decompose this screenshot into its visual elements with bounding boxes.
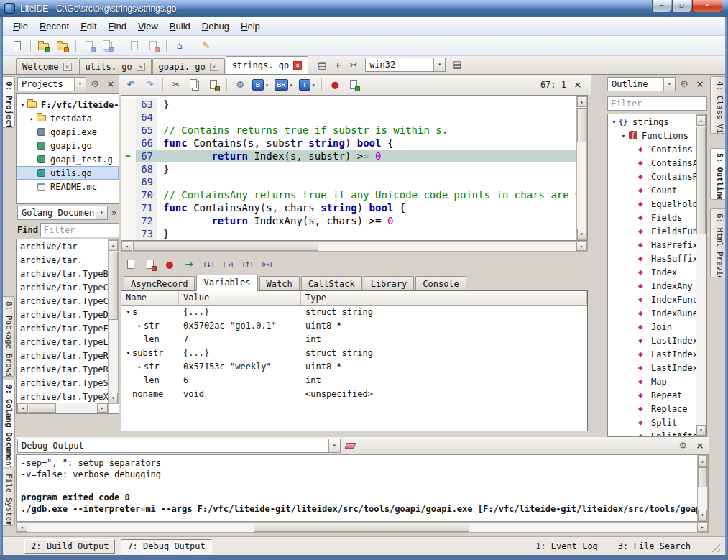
variable-row-substr[interactable]: ▾substr{...}struct string xyxy=(121,346,587,360)
titlebar[interactable]: LiteIDE - C:\Go\src\pkg\strings\strings.… xyxy=(0,0,728,17)
home-button[interactable]: ⌂ xyxy=(171,37,188,55)
projects-menu-button[interactable]: ⚙ xyxy=(88,77,102,91)
open-folder-button[interactable] xyxy=(54,37,71,55)
expander-icon[interactable]: ▾ xyxy=(19,101,27,109)
godoc-item-archive-tar-typeco[interactable]: archive/tar.TypeCo xyxy=(17,295,109,308)
save-file-button[interactable] xyxy=(80,37,98,55)
chevron-down-icon[interactable]: ▾ xyxy=(433,58,445,71)
statusbar-7-debug-output[interactable]: 7: Debug Output xyxy=(121,539,211,554)
save-file-icon[interactable] xyxy=(82,39,96,53)
expander-icon[interactable]: ▾ xyxy=(619,132,627,139)
debug-tab-library[interactable]: Library xyxy=(364,276,415,290)
scroll-down-icon[interactable]: ▾ xyxy=(109,393,118,403)
outline-item-hassuffix[interactable]: ◆HasSuffix xyxy=(608,252,696,265)
projects-view-combo[interactable]: Projects ▾ xyxy=(17,77,86,91)
chevron-down-icon[interactable]: ▾ xyxy=(312,82,315,88)
godoc-item-archive-tar-typefifc[interactable]: archive/tar.TypeFifc xyxy=(17,322,109,336)
code-line-67[interactable]: ►67 return Index(s, substr) >= 0 xyxy=(121,150,576,162)
test-button[interactable]: T▾ xyxy=(297,76,318,93)
chevron-down-icon[interactable]: ▾ xyxy=(328,439,340,452)
code-line-66[interactable]: 66func Contains(s, substr string) bool { xyxy=(121,137,576,150)
open-file-button[interactable] xyxy=(35,37,52,55)
debug-tab-variables[interactable]: Variables xyxy=(196,275,257,291)
godoc-item-archive-tar-typedir[interactable]: archive/tar.TypeDir xyxy=(17,308,109,322)
editor-hscrollbar[interactable]: ◂ ▸ xyxy=(121,241,588,252)
close-file-button[interactable] xyxy=(144,37,162,55)
outline-filter-input[interactable] xyxy=(607,96,707,111)
tab-close-icon[interactable]: × xyxy=(293,61,302,70)
expander-icon[interactable]: ▾ xyxy=(124,306,132,319)
outline-item-indexrune[interactable]: ◆IndexRune xyxy=(608,306,696,320)
outline-item-index[interactable]: ◆Index xyxy=(608,265,696,279)
debug-output-console[interactable]: -sep=", ": setup separators-v=false: ver… xyxy=(16,454,709,522)
variable-row-noname[interactable]: nonamevoid<unspecified> xyxy=(121,387,587,401)
project-item-goapi-test-g[interactable]: goapi_test.g xyxy=(17,152,119,166)
editor-vscrollbar[interactable]: ▴ ▾ xyxy=(576,96,587,240)
chevron-down-icon[interactable]: ▾ xyxy=(265,82,269,88)
code-line-69[interactable]: 69 xyxy=(121,175,576,188)
run-to-line-button[interactable]: {↦} xyxy=(258,256,275,273)
scroll-thumb[interactable] xyxy=(698,467,707,487)
stop-record-icon[interactable] xyxy=(143,257,157,272)
debug-tab-console[interactable]: Console xyxy=(415,276,466,290)
record-icon[interactable]: ● xyxy=(162,257,177,272)
menu-help[interactable]: Help xyxy=(235,19,266,34)
scroll-down-icon[interactable]: ▾ xyxy=(577,229,586,239)
statusbar-2-build-output[interactable]: 2: Build Output xyxy=(24,539,115,554)
outline-item-lastindexfu[interactable]: ◆LastIndexFu xyxy=(608,361,696,375)
projects-close-icon[interactable]: × xyxy=(103,77,118,91)
menu-recent[interactable]: Recent xyxy=(34,19,75,34)
editor-close-button[interactable]: × xyxy=(571,78,585,92)
godoc-item-archive-tar-typeblc[interactable]: archive/tar.TypeBlc xyxy=(17,267,109,281)
outline-item-splitafter[interactable]: ◆SplitAfter xyxy=(608,429,696,436)
record-button[interactable]: ● xyxy=(161,256,178,273)
tab-close-icon[interactable]: × xyxy=(210,63,218,71)
edit-env-icon[interactable]: ✎ xyxy=(199,39,213,53)
panel-tab-6-html-preview[interactable]: 6: Html Preview xyxy=(710,208,725,277)
build-config-icon[interactable]: ⚙ xyxy=(233,78,247,92)
godoc-more-button[interactable]: » xyxy=(109,206,119,220)
outline-item-repeat[interactable]: ◆Repeat xyxy=(608,388,696,402)
tab-welcome[interactable]: Welcome× xyxy=(16,58,78,74)
godoc-combo[interactable]: Golang Document ▾ xyxy=(17,206,108,220)
outline-close-icon[interactable]: × xyxy=(693,77,707,91)
new-file-icon[interactable] xyxy=(10,39,24,53)
redo-icon[interactable]: ↷ xyxy=(142,78,157,92)
outline-item-functions[interactable]: ▾ƒFunctions xyxy=(608,129,696,142)
record-file-icon[interactable] xyxy=(124,257,138,272)
panel-tab-file-system[interactable]: File System xyxy=(3,469,15,526)
step-into-button[interactable]: {↓} xyxy=(200,256,217,273)
godoc-item-archive-tar[interactable]: archive/tar. xyxy=(17,254,109,267)
record-file-button[interactable] xyxy=(122,256,139,273)
godoc-item-archive-tar-typesy[interactable]: archive/tar.TypeSy( xyxy=(17,377,109,390)
panel-tab-0-projects[interactable]: 0: Projects xyxy=(3,76,15,128)
output-view-combo[interactable]: Debug Output ▾ xyxy=(17,439,341,453)
outline-menu-icon[interactable]: ⚙ xyxy=(677,77,691,91)
variable-row-len[interactable]: len6int xyxy=(121,374,587,387)
outline-item-containsany[interactable]: ◆ContainsAny xyxy=(608,156,696,170)
continue-icon[interactable]: → xyxy=(182,257,196,272)
scroll-left-icon[interactable]: ◂ xyxy=(17,403,28,413)
editor-list-button[interactable]: ▤ xyxy=(450,58,464,72)
chevron-down-icon[interactable]: ▾ xyxy=(663,78,675,91)
tab-goapi-go[interactable]: goapi. go× xyxy=(152,58,225,74)
code-line-70[interactable]: 70// ContainsAny returns true if any Uni… xyxy=(121,188,576,201)
variable-row-str[interactable]: ▸str0x5702ac "go1.0.1"uint8 * xyxy=(121,319,587,333)
continue-button[interactable]: → xyxy=(180,256,198,273)
code-line-63[interactable]: 63} xyxy=(121,98,576,111)
chevron-down-icon[interactable]: ▾ xyxy=(74,78,86,91)
projects-close-button[interactable]: × xyxy=(103,77,118,91)
output-menu-button[interactable]: ⚙ xyxy=(676,439,690,453)
scroll-thumb[interactable] xyxy=(577,108,586,142)
scroll-thumb[interactable] xyxy=(133,242,318,251)
outline-item-containsrur[interactable]: ◆ContainsRur xyxy=(608,170,696,183)
build-config-button[interactable]: ⚙ xyxy=(231,76,249,93)
project-item-f-vfc-liteide-g[interactable]: ▾F:/vfc/liteide-g xyxy=(17,98,119,111)
cut-icon[interactable]: ✂ xyxy=(169,78,183,92)
godoc-item-archive-tar-typelin[interactable]: archive/tar.TypeLin xyxy=(17,336,109,349)
tab-close-icon[interactable]: × xyxy=(137,63,145,71)
outline-item-indexfunc[interactable]: ◆IndexFunc xyxy=(608,293,696,306)
add-editor-icon[interactable]: + xyxy=(331,58,345,73)
menu-find[interactable]: Find xyxy=(103,19,132,34)
code-line-65[interactable]: 65// Contains returns true if substr is … xyxy=(121,124,576,137)
